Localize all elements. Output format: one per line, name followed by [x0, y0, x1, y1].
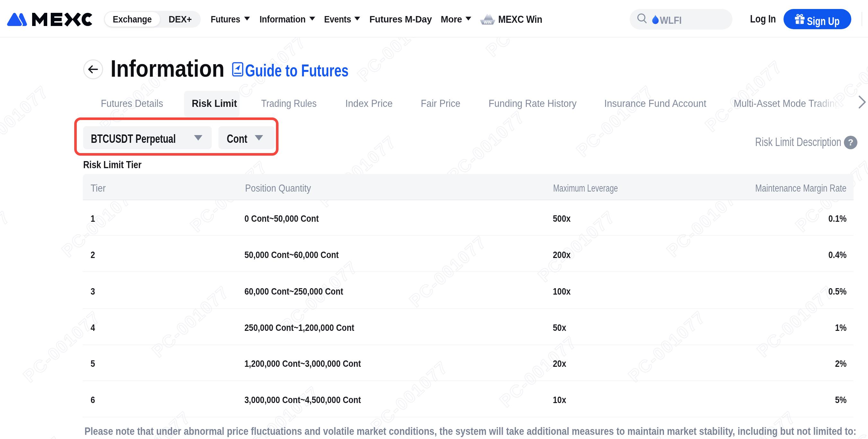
svg-text:WIN: WIN: [484, 20, 492, 25]
svg-text:?: ?: [848, 138, 854, 147]
